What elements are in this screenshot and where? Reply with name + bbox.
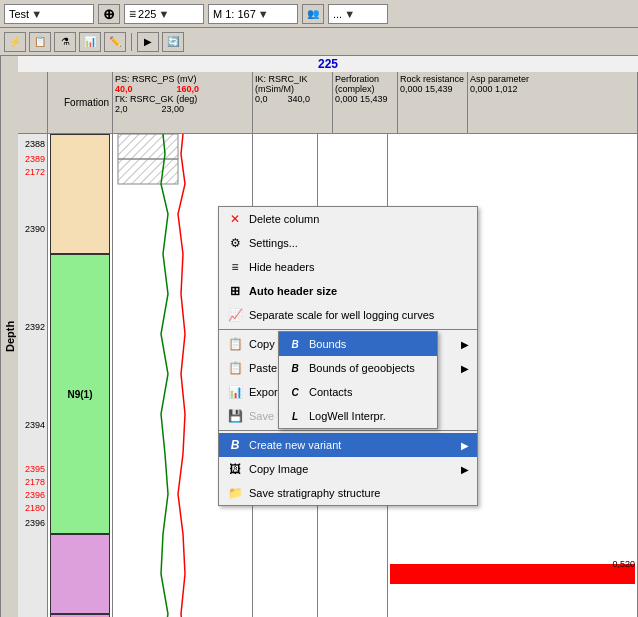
formation-n91-label: N9(1)	[67, 389, 92, 400]
lightning-icon: ⚡	[9, 36, 21, 47]
refresh-btn[interactable]: 🔄	[162, 32, 184, 52]
cross-icon-btn[interactable]: ⊕	[98, 4, 120, 24]
clipboard-icon: 📋	[34, 36, 46, 47]
copy-image-arrow: ▶	[461, 464, 469, 475]
asp-v1: 0,000	[470, 84, 493, 94]
menu-settings[interactable]: ⚙ Settings...	[219, 231, 477, 255]
submenu-contacts[interactable]: C Contacts	[279, 380, 437, 404]
scale-center-label: 225	[18, 56, 638, 72]
rock-v2: 15,439	[425, 84, 453, 94]
menu-separate-scale-label: Separate scale for well logging curves	[249, 309, 434, 321]
menu-auto-header-size[interactable]: ⊞ Auto header size	[219, 279, 477, 303]
log-area: 225 Formation PS: RSRC_PS (mV) 40,0 160,…	[18, 56, 638, 617]
asp-label: Asp parameter	[470, 74, 635, 84]
lightning-btn[interactable]: ⚡	[4, 32, 26, 52]
copy-clipboard-icon: 📋	[227, 336, 243, 352]
depth-2392: 2392	[25, 322, 45, 332]
ps-label: PS: RSRC_PS (mV)	[115, 74, 197, 84]
depth-2180: 2180	[25, 503, 45, 513]
formation-header-label: Formation	[64, 97, 109, 108]
chart-btn[interactable]: 📊	[79, 32, 101, 52]
toolbar-sep1	[131, 33, 132, 51]
export-excel-icon: 📊	[227, 384, 243, 400]
auto-header-icon: ⊞	[227, 283, 243, 299]
logwell-icon: L	[287, 408, 303, 424]
submenu-bounds-label: Bounds	[309, 338, 346, 350]
paste-clipboard-arrow: ▶	[461, 363, 469, 374]
track-arrow: ▼	[158, 8, 169, 20]
create-variant-icon: B	[227, 437, 243, 453]
pencil-btn[interactable]: ✏️	[104, 32, 126, 52]
scale-arrow: ▼	[258, 8, 269, 20]
depth-2390: 2390	[25, 224, 45, 234]
toolbar-row1: Test ▼ ⊕ ≡ 225 ▼ M 1: 167 ▼ 👥 ... ▼	[0, 0, 638, 28]
depth-2396r: 2396	[25, 490, 45, 500]
depth-2178: 2178	[25, 477, 45, 487]
gk-val2: 23,00	[162, 104, 185, 114]
depth-2396: 2396	[25, 518, 45, 528]
ps-val2: 160,0	[177, 84, 200, 94]
formation-purple1	[50, 534, 110, 614]
perf-col-header: Perforation (complex) 0,000 15,439	[333, 72, 398, 133]
menu-hide-headers[interactable]: ≡ Hide headers	[219, 255, 477, 279]
asp-v2: 1,012	[495, 84, 518, 94]
menu-separator2	[219, 430, 477, 431]
submenu-contacts-label: Contacts	[309, 386, 352, 398]
more-arrow: ▼	[344, 8, 355, 20]
depth-2395r: 2395	[25, 464, 45, 474]
rock-values: 0,000 15,439	[400, 84, 465, 94]
scale-dropdown[interactable]: M 1: 167 ▼	[208, 4, 298, 24]
copy-clipboard-arrow: ▶	[461, 339, 469, 350]
formation-wheat	[50, 134, 110, 254]
gk-header: ГК: RSRC_GK (deg)	[115, 94, 250, 104]
track-label: 225	[138, 8, 156, 20]
gk-label: ГК: RSRC_GK (deg)	[115, 94, 197, 104]
rock-col-header: Rock resistance 0,000 15,439	[398, 72, 468, 133]
copy-image-icon: 🖼	[227, 461, 243, 477]
track-dropdown[interactable]: ≡ 225 ▼	[124, 4, 204, 24]
menu-auto-header-label: Auto header size	[249, 285, 337, 297]
pencil-icon: ✏️	[109, 36, 121, 47]
depth-2394: 2394	[25, 420, 45, 430]
menu-copy-image[interactable]: 🖼 Copy Image ▶	[219, 457, 477, 481]
asp-col-header: Asp parameter 0,000 1,012	[468, 72, 638, 133]
filter-btn[interactable]: ⚗	[54, 32, 76, 52]
save-strat-icon: 📁	[227, 485, 243, 501]
perf-label: Perforation (complex)	[335, 74, 395, 94]
svg-rect-2	[118, 159, 178, 184]
menu-save-stratigraphy[interactable]: 📁 Save stratigraphy structure	[219, 481, 477, 505]
people-icon-btn[interactable]: 👥	[302, 4, 324, 24]
gk-values: 2,0 23,00	[115, 104, 250, 114]
submenu-logwell[interactable]: L LogWell Interpr.	[279, 404, 437, 428]
ik-values: 0,0 340,0	[255, 94, 330, 104]
play-btn[interactable]: ▶	[137, 32, 159, 52]
rock-v1: 0,000	[400, 84, 423, 94]
test-dropdown[interactable]: Test ▼	[4, 4, 94, 24]
menu-delete-label: Delete column	[249, 213, 319, 225]
bounds-geoobjects-icon: B	[287, 360, 303, 376]
ps-header: PS: RSRC_PS (mV)	[115, 74, 250, 84]
chart-icon: 📊	[84, 36, 96, 47]
depth-2389: 2389	[25, 154, 45, 164]
depth-col-header	[18, 72, 48, 133]
menu-delete-column[interactable]: ✕ Delete column	[219, 207, 477, 231]
menu-hide-headers-label: Hide headers	[249, 261, 314, 273]
paste-clipboard-icon: 📋	[227, 360, 243, 376]
ps-values: 40,0 160,0	[115, 84, 250, 94]
ik-col-header: IK: RSRC_IK (mSim/M) 0,0 340,0	[253, 72, 333, 133]
menu-create-variant-label: Create new variant	[249, 439, 341, 451]
menu-create-variant[interactable]: B Create new variant ▶	[219, 433, 477, 457]
submenu-bounds[interactable]: B Bounds	[279, 332, 437, 356]
menu-settings-label: Settings...	[249, 237, 298, 249]
create-variant-arrow: ▶	[461, 440, 469, 451]
clipboard-btn[interactable]: 📋	[29, 32, 51, 52]
submenu-bounds-geoobjects[interactable]: B Bounds of geoobjects	[279, 356, 437, 380]
track-icon: ≡	[129, 7, 136, 21]
test-dropdown-label: Test	[9, 8, 29, 20]
more-dropdown[interactable]: ... ▼	[328, 4, 388, 24]
play-icon: ▶	[144, 36, 152, 47]
toolbar-row2: ⚡ 📋 ⚗ 📊 ✏️ ▶ 🔄	[0, 28, 638, 56]
formation-col-header: Formation	[48, 72, 113, 133]
menu-separate-scale[interactable]: 📈 Separate scale for well logging curves	[219, 303, 477, 327]
menu-separator1	[219, 329, 477, 330]
